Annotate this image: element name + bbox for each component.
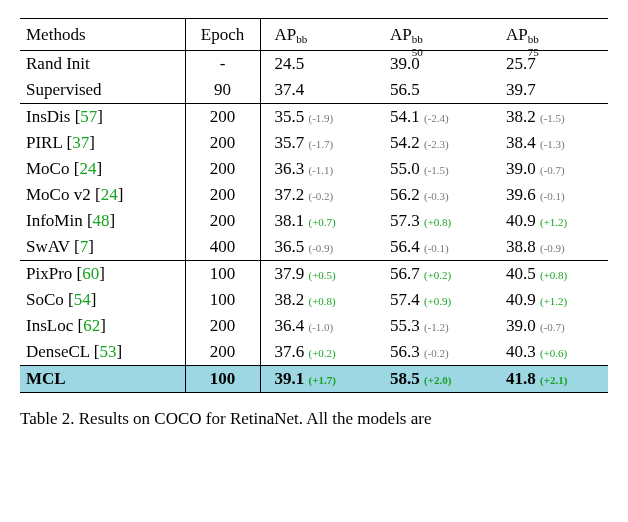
method-name: Rand Init (26, 54, 90, 73)
cite-ref[interactable]: 54 (74, 290, 91, 309)
ap50-sub: 50 (412, 46, 423, 58)
col-epoch-label: Epoch (201, 25, 244, 44)
cell-epoch: 400 (185, 234, 260, 261)
cite-ref[interactable]: 53 (100, 342, 117, 361)
caption-rest: Results on COCO for RetinaNet. All the m… (79, 409, 432, 428)
table-body: Rand Init-24.539.025.7Supervised9037.456… (20, 51, 608, 393)
ap-delta: (-2.4) (424, 112, 449, 124)
epoch-value: 100 (210, 290, 236, 309)
table-row: Rand Init-24.539.025.7 (20, 51, 608, 78)
cell-ap75: 39.0 (-0.7) (492, 313, 608, 339)
method-name: SwAV (26, 237, 70, 256)
cite-ref[interactable]: 37 (72, 133, 89, 152)
ap-value: 56.2 (390, 185, 420, 204)
table-row: MoCo v2 [24]20037.2 (-0.2)56.2 (-0.3)39.… (20, 182, 608, 208)
ap-value: 36.5 (275, 237, 305, 256)
cell-epoch: 200 (185, 182, 260, 208)
method-name: PIRL (26, 133, 62, 152)
cite-bracket: ] (118, 185, 124, 204)
ap-value: 36.3 (275, 159, 305, 178)
ap-delta: (-1.7) (309, 138, 334, 150)
cell-method: InsLoc [62] (20, 313, 185, 339)
cell-ap75: 39.7 (492, 77, 608, 104)
ap75-base: AP (506, 25, 528, 44)
cell-epoch: 200 (185, 156, 260, 182)
cite-ref[interactable]: 57 (80, 107, 97, 126)
cell-ap50: 54.2 (-2.3) (376, 130, 492, 156)
method-name: DenseCL (26, 342, 90, 361)
ap-delta: (-0.7) (540, 164, 565, 176)
table-header-row: Methods Epoch APbb APbb50 A (20, 19, 608, 51)
cell-ap75: 38.4 (-1.3) (492, 130, 608, 156)
cite-bracket: ] (89, 133, 95, 152)
table-row: InsLoc [62]20036.4 (-1.0)55.3 (-1.2)39.0… (20, 313, 608, 339)
cell-ap: 37.2 (-0.2) (260, 182, 376, 208)
table-row: DenseCL [53]20037.6 (+0.2)56.3 (-0.2)40.… (20, 339, 608, 366)
ap-value: 40.9 (506, 290, 536, 309)
cite-bracket: ] (100, 316, 106, 335)
cite-ref[interactable]: 7 (80, 237, 89, 256)
ap-value: 38.1 (275, 211, 305, 230)
ap-delta: (+2.0) (424, 374, 451, 386)
ap-value: 40.9 (506, 211, 536, 230)
ap-value: 40.3 (506, 342, 536, 361)
ap-delta: (+0.5) (309, 269, 336, 281)
cite-ref[interactable]: 62 (83, 316, 100, 335)
cell-ap75: 25.7 (492, 51, 608, 78)
cell-epoch: 200 (185, 104, 260, 131)
epoch-value: 200 (210, 133, 236, 152)
table-row: Supervised9037.456.539.7 (20, 77, 608, 104)
ap-value: 38.8 (506, 237, 536, 256)
cell-epoch: - (185, 51, 260, 78)
cite-ref[interactable]: 60 (82, 264, 99, 283)
cell-ap: 37.9 (+0.5) (260, 261, 376, 288)
ap-value: 39.0 (506, 316, 536, 335)
method-name: InsDis (26, 107, 70, 126)
cell-method: SwAV [7] (20, 234, 185, 261)
cell-ap50: 55.0 (-1.5) (376, 156, 492, 182)
ap-delta: (+0.8) (309, 295, 336, 307)
cell-ap: 39.1 (+1.7) (260, 366, 376, 393)
col-methods: Methods (20, 19, 185, 51)
method-name: Supervised (26, 80, 102, 99)
cell-ap: 35.7 (-1.7) (260, 130, 376, 156)
cell-ap50: 55.3 (-1.2) (376, 313, 492, 339)
cite-ref[interactable]: 48 (93, 211, 110, 230)
ap-value: 58.5 (390, 369, 420, 388)
cite-ref[interactable]: 24 (79, 159, 96, 178)
cell-ap50: 57.4 (+0.9) (376, 287, 492, 313)
ap-delta: (-1.1) (309, 164, 334, 176)
epoch-value: 400 (210, 237, 236, 256)
cell-method: DenseCL [53] (20, 339, 185, 366)
results-table: Methods Epoch APbb APbb50 A (20, 18, 608, 393)
cell-ap50: 57.3 (+0.8) (376, 208, 492, 234)
ap-delta: (-1.2) (424, 321, 449, 333)
cell-method: Supervised (20, 77, 185, 104)
ap50-label: APbb50 (390, 25, 430, 45)
col-ap75: APbb75 (492, 19, 608, 51)
table-row: MoCo [24]20036.3 (-1.1)55.0 (-1.5)39.0 (… (20, 156, 608, 182)
cell-ap75: 39.6 (-0.1) (492, 182, 608, 208)
ap-delta: (+0.6) (540, 347, 567, 359)
cite-ref[interactable]: 24 (101, 185, 118, 204)
ap-delta: (-0.9) (540, 242, 565, 254)
table-row: PIRL [37]20035.7 (-1.7)54.2 (-2.3)38.4 (… (20, 130, 608, 156)
ap-value: 39.0 (506, 159, 536, 178)
epoch-value: 200 (210, 316, 236, 335)
caption-prefix: Table 2. (20, 409, 79, 428)
table-row: PixPro [60]10037.9 (+0.5)56.7 (+0.2)40.5… (20, 261, 608, 288)
ap-value: 57.3 (390, 211, 420, 230)
cite-bracket: ] (117, 342, 123, 361)
cell-epoch: 200 (185, 208, 260, 234)
cell-ap75: 40.5 (+0.8) (492, 261, 608, 288)
cell-ap75: 38.8 (-0.9) (492, 234, 608, 261)
epoch-value: 90 (214, 80, 231, 99)
cell-ap: 24.5 (260, 51, 376, 78)
cell-method: MoCo [24] (20, 156, 185, 182)
ap75-sup: bb (528, 33, 539, 45)
cell-ap: 36.5 (-0.9) (260, 234, 376, 261)
cell-method: InfoMin [48] (20, 208, 185, 234)
ap-delta: (-0.1) (424, 242, 449, 254)
ap-delta: (+0.2) (424, 269, 451, 281)
ap-delta: (-1.9) (309, 112, 334, 124)
